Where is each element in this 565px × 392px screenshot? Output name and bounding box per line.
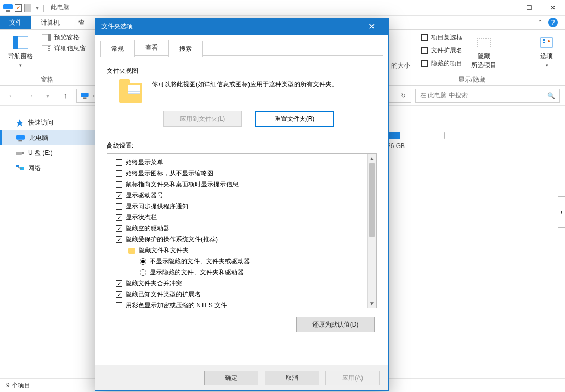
checkbox[interactable] <box>116 192 122 199</box>
restore-defaults-button[interactable]: 还原为默认值(D) <box>296 317 375 332</box>
tree-item[interactable]: 隐藏文件和文件夹 <box>109 245 365 256</box>
help-icon[interactable]: ? <box>548 18 558 27</box>
back-button[interactable]: ← <box>5 91 19 100</box>
tab-search[interactable]: 搜索 <box>168 41 203 57</box>
search-input[interactable]: 在 此电脑 中搜索 🔍 <box>415 89 560 103</box>
svg-rect-7 <box>48 50 50 51</box>
hide-selected-button[interactable]: 隐藏 所选项目 <box>469 33 499 72</box>
search-placeholder: 在 此电脑 中搜索 <box>420 91 468 100</box>
tree-item[interactable]: 显示同步提供程序通知 <box>109 201 365 212</box>
tree-item[interactable]: 用彩色显示加密或压缩的 NTFS 文件 <box>109 300 365 308</box>
forward-button[interactable]: → <box>23 91 37 100</box>
scroll-thumb[interactable] <box>369 163 375 237</box>
checkbox[interactable] <box>116 170 122 177</box>
sidebar-item-network[interactable]: 网络 <box>0 161 95 176</box>
tab-general[interactable]: 常规 <box>100 41 135 57</box>
svg-marker-13 <box>16 119 24 127</box>
dialog-titlebar[interactable]: 文件夹选项 ✕ <box>95 18 388 35</box>
qat-doc-icon[interactable] <box>24 4 31 12</box>
app-icon <box>3 4 13 12</box>
checkbox[interactable] <box>116 236 122 243</box>
svg-rect-8 <box>477 39 491 48</box>
tree-item[interactable]: 隐藏空的驱动器 <box>109 223 365 234</box>
options-button[interactable]: 选项 ▾ <box>534 33 560 70</box>
svg-rect-15 <box>22 152 24 154</box>
maximize-button[interactable]: ☐ <box>517 0 541 16</box>
svg-rect-3 <box>48 34 51 41</box>
tab-view[interactable]: 查 <box>69 16 94 29</box>
checkbox[interactable] <box>116 302 122 308</box>
item-checkboxes-toggle[interactable]: 项目复选框 <box>421 33 462 42</box>
tab-file[interactable]: 文件 <box>0 16 31 29</box>
sidebar-item-usb[interactable]: U 盘 (E:) <box>0 145 95 161</box>
svg-rect-11 <box>543 42 545 43</box>
apply-button: 应用(A) <box>325 371 380 385</box>
tree-item[interactable]: 始终显示图标，从不显示缩略图 <box>109 168 365 179</box>
monitor-icon <box>16 135 25 141</box>
cancel-button[interactable]: 取消 <box>265 371 319 385</box>
tree-item[interactable]: 显示状态栏 <box>109 212 365 223</box>
history-dropdown[interactable]: ▾ <box>41 92 54 99</box>
checkbox[interactable] <box>116 181 122 188</box>
address-icon <box>81 93 88 99</box>
checkbox[interactable] <box>116 291 122 298</box>
drive-free-label: 26 GB <box>387 142 445 150</box>
minimize-button[interactable]: — <box>493 0 517 16</box>
scroll-down-icon[interactable]: ▼ <box>368 299 376 308</box>
qat-dropdown-icon[interactable]: ▾ <box>33 4 41 12</box>
preview-pane-icon <box>42 34 51 41</box>
checkbox[interactable] <box>116 159 122 166</box>
close-button[interactable]: ✕ <box>541 0 565 16</box>
scroll-up-icon[interactable]: ▲ <box>368 154 376 163</box>
dropdown-caret-icon: ▾ <box>19 63 22 68</box>
reset-folders-button[interactable]: 重置文件夹(R) <box>255 111 334 127</box>
advanced-settings-label: 高级设置: <box>107 141 377 150</box>
tree-item-label: 始终显示图标，从不显示缩略图 <box>126 169 213 178</box>
ribbon-collapse-icon[interactable]: ⌃ <box>538 19 543 26</box>
tree-item-label: 显示驱动器号 <box>126 191 163 200</box>
radio[interactable] <box>140 258 146 265</box>
tree-item[interactable]: 显示驱动器号 <box>109 190 365 201</box>
truncated-label: 的大小 <box>391 61 410 70</box>
tree-list[interactable]: 始终显示菜单始终显示图标，从不显示缩略图鼠标指向文件夹和桌面项时显示提示信息显示… <box>107 154 367 308</box>
tab-computer[interactable]: 计算机 <box>31 16 69 29</box>
qat-check-icon[interactable] <box>15 4 22 12</box>
svg-rect-6 <box>48 48 50 49</box>
nav-pane-button[interactable]: 导航窗格 ▾ <box>5 33 36 70</box>
tree-item[interactable]: 鼠标指向文件夹和桌面项时显示提示信息 <box>109 179 365 190</box>
checkbox[interactable] <box>116 214 122 221</box>
details-pane-icon <box>42 45 51 52</box>
refresh-button[interactable]: ↻ <box>395 89 411 102</box>
tree-item[interactable]: 始终显示菜单 <box>109 157 365 168</box>
tree-item[interactable]: 显示隐藏的文件、文件夹和驱动器 <box>109 267 365 278</box>
ribbon-group-showhide-label: 显示/隐藏 <box>421 74 523 84</box>
tree-item[interactable]: 隐藏已知文件类型的扩展名 <box>109 289 365 300</box>
checkbox[interactable] <box>116 203 122 210</box>
sidebar-item-this-pc[interactable]: 此电脑 <box>0 130 95 145</box>
collapse-handle[interactable]: ‹ <box>558 196 565 228</box>
checkbox[interactable] <box>116 225 122 232</box>
tree-item[interactable]: 不显示隐藏的文件、文件夹或驱动器 <box>109 256 365 267</box>
details-pane-toggle[interactable]: 详细信息窗 <box>42 44 86 53</box>
network-icon <box>16 165 24 172</box>
radio[interactable] <box>140 269 146 276</box>
hidden-items-toggle[interactable]: 隐藏的项目 <box>421 59 462 68</box>
tree-item-label: 显示状态栏 <box>126 213 157 222</box>
drive-usage-bar <box>387 132 445 139</box>
checkbox[interactable] <box>116 280 122 287</box>
ribbon-group-panes-label: 窗格 <box>5 74 88 84</box>
scrollbar[interactable]: ▲ ▼ <box>367 154 376 308</box>
file-extensions-toggle[interactable]: 文件扩展名 <box>421 46 462 55</box>
tree-item[interactable]: 隐藏文件夹合并冲突 <box>109 278 365 289</box>
dialog-close-button[interactable]: ✕ <box>361 21 382 31</box>
up-button[interactable]: ↑ <box>59 91 72 100</box>
tree-item-label: 不显示隐藏的文件、文件夹或驱动器 <box>150 257 250 266</box>
tree-item-label: 显示隐藏的文件、文件夹和驱动器 <box>150 268 244 277</box>
tab-view[interactable]: 查看 <box>134 40 169 55</box>
sidebar-item-quick-access[interactable]: 快速访问 <box>0 115 95 130</box>
ok-button[interactable]: 确定 <box>204 371 258 385</box>
tree-item-label: 鼠标指向文件夹和桌面项时显示提示信息 <box>126 180 239 189</box>
tree-item[interactable]: 隐藏受保护的操作系统文件(推荐) <box>109 234 365 245</box>
svg-rect-10 <box>543 39 545 41</box>
preview-pane-toggle[interactable]: 预览窗格 <box>42 33 86 42</box>
